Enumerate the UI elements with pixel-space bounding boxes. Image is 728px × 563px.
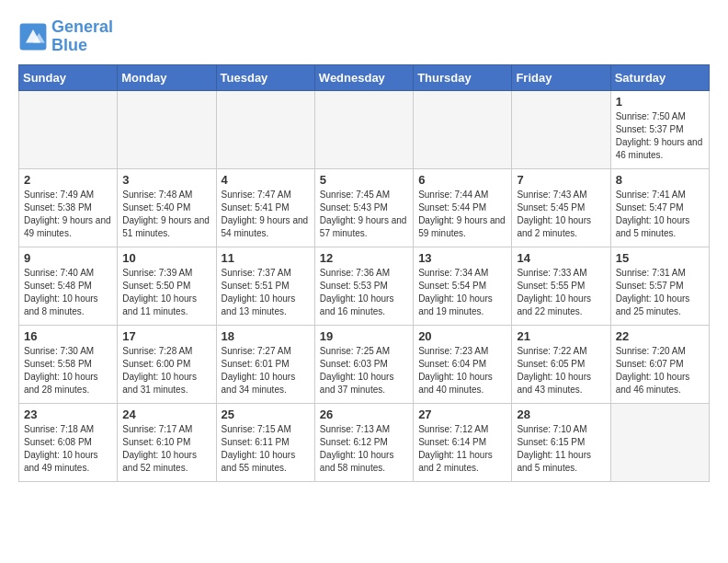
day-info: Sunrise: 7:33 AM Sunset: 5:55 PM Dayligh… <box>517 267 605 318</box>
day-number: 12 <box>320 251 408 265</box>
calendar-cell: 6Sunrise: 7:44 AM Sunset: 5:44 PM Daylig… <box>414 168 512 247</box>
weekday-header-row: SundayMondayTuesdayWednesdayThursdayFrid… <box>19 64 710 90</box>
day-number: 15 <box>616 251 704 265</box>
day-info: Sunrise: 7:45 AM Sunset: 5:43 PM Dayligh… <box>320 189 408 240</box>
day-number: 16 <box>24 329 112 343</box>
calendar-cell: 24Sunrise: 7:17 AM Sunset: 6:10 PM Dayli… <box>118 403 216 481</box>
day-info: Sunrise: 7:44 AM Sunset: 5:44 PM Dayligh… <box>418 189 506 240</box>
weekday-header-wednesday: Wednesday <box>314 64 413 90</box>
calendar-cell: 22Sunrise: 7:20 AM Sunset: 6:07 PM Dayli… <box>610 325 709 403</box>
calendar-cell: 14Sunrise: 7:33 AM Sunset: 5:55 PM Dayli… <box>512 247 610 325</box>
calendar-cell: 10Sunrise: 7:39 AM Sunset: 5:50 PM Dayli… <box>118 247 216 325</box>
day-info: Sunrise: 7:28 AM Sunset: 6:00 PM Dayligh… <box>122 345 210 396</box>
day-info: Sunrise: 7:30 AM Sunset: 5:58 PM Dayligh… <box>24 345 112 396</box>
day-info: Sunrise: 7:12 AM Sunset: 6:14 PM Dayligh… <box>418 423 506 475</box>
logo: General Blue <box>18 18 113 55</box>
day-number: 6 <box>418 173 506 187</box>
day-info: Sunrise: 7:22 AM Sunset: 6:05 PM Dayligh… <box>517 345 605 396</box>
day-info: Sunrise: 7:13 AM Sunset: 6:12 PM Dayligh… <box>320 423 408 475</box>
day-number: 14 <box>517 251 605 265</box>
day-number: 7 <box>517 173 605 187</box>
day-info: Sunrise: 7:17 AM Sunset: 6:10 PM Dayligh… <box>122 423 210 475</box>
calendar-cell: 20Sunrise: 7:23 AM Sunset: 6:04 PM Dayli… <box>414 325 512 403</box>
day-number: 21 <box>517 329 605 343</box>
calendar-cell: 11Sunrise: 7:37 AM Sunset: 5:51 PM Dayli… <box>216 247 314 325</box>
day-info: Sunrise: 7:23 AM Sunset: 6:04 PM Dayligh… <box>418 345 506 396</box>
calendar-week-4: 16Sunrise: 7:30 AM Sunset: 5:58 PM Dayli… <box>19 325 710 403</box>
day-info: Sunrise: 7:25 AM Sunset: 6:03 PM Dayligh… <box>320 345 408 396</box>
day-info: Sunrise: 7:47 AM Sunset: 5:41 PM Dayligh… <box>222 189 310 240</box>
calendar-cell: 5Sunrise: 7:45 AM Sunset: 5:43 PM Daylig… <box>314 168 413 247</box>
calendar-cell: 25Sunrise: 7:15 AM Sunset: 6:11 PM Dayli… <box>216 403 314 481</box>
calendar-cell: 26Sunrise: 7:13 AM Sunset: 6:12 PM Dayli… <box>314 403 413 481</box>
calendar-cell: 28Sunrise: 7:10 AM Sunset: 6:15 PM Dayli… <box>512 403 610 481</box>
calendar-week-5: 23Sunrise: 7:18 AM Sunset: 6:08 PM Dayli… <box>19 403 710 481</box>
calendar-cell: 19Sunrise: 7:25 AM Sunset: 6:03 PM Dayli… <box>314 325 413 403</box>
calendar-cell: 4Sunrise: 7:47 AM Sunset: 5:41 PM Daylig… <box>216 168 314 247</box>
day-number: 19 <box>320 329 408 343</box>
day-number: 27 <box>418 408 506 421</box>
calendar-cell: 16Sunrise: 7:30 AM Sunset: 5:58 PM Dayli… <box>19 325 118 403</box>
day-number: 4 <box>222 173 310 187</box>
calendar-week-3: 9Sunrise: 7:40 AM Sunset: 5:48 PM Daylig… <box>19 247 710 325</box>
calendar-cell <box>610 403 709 481</box>
day-info: Sunrise: 7:49 AM Sunset: 5:38 PM Dayligh… <box>24 189 112 240</box>
calendar-table: SundayMondayTuesdayWednesdayThursdayFrid… <box>18 64 710 482</box>
calendar-cell: 2Sunrise: 7:49 AM Sunset: 5:38 PM Daylig… <box>19 168 118 247</box>
day-info: Sunrise: 7:39 AM Sunset: 5:50 PM Dayligh… <box>122 267 210 318</box>
calendar-cell: 17Sunrise: 7:28 AM Sunset: 6:00 PM Dayli… <box>118 325 216 403</box>
day-info: Sunrise: 7:15 AM Sunset: 6:11 PM Dayligh… <box>222 423 310 475</box>
weekday-header-monday: Monday <box>118 64 216 90</box>
day-info: Sunrise: 7:27 AM Sunset: 6:01 PM Dayligh… <box>222 345 310 396</box>
day-info: Sunrise: 7:36 AM Sunset: 5:53 PM Dayligh… <box>320 267 408 318</box>
day-number: 26 <box>320 408 408 421</box>
day-number: 28 <box>517 408 605 421</box>
day-number: 17 <box>122 329 210 343</box>
day-info: Sunrise: 7:50 AM Sunset: 5:37 PM Dayligh… <box>616 110 704 162</box>
day-number: 20 <box>418 329 506 343</box>
day-number: 8 <box>616 173 704 187</box>
day-number: 9 <box>24 251 112 265</box>
day-info: Sunrise: 7:20 AM Sunset: 6:07 PM Dayligh… <box>616 345 704 396</box>
calendar-cell <box>314 90 413 168</box>
calendar-week-2: 2Sunrise: 7:49 AM Sunset: 5:38 PM Daylig… <box>19 168 710 247</box>
day-info: Sunrise: 7:37 AM Sunset: 5:51 PM Dayligh… <box>222 267 310 318</box>
day-info: Sunrise: 7:48 AM Sunset: 5:40 PM Dayligh… <box>122 189 210 240</box>
day-number: 25 <box>222 408 310 421</box>
day-number: 3 <box>122 173 210 187</box>
calendar-cell: 1Sunrise: 7:50 AM Sunset: 5:37 PM Daylig… <box>610 90 709 168</box>
weekday-header-sunday: Sunday <box>19 64 118 90</box>
day-number: 22 <box>616 329 704 343</box>
calendar-cell: 7Sunrise: 7:43 AM Sunset: 5:45 PM Daylig… <box>512 168 610 247</box>
day-number: 10 <box>122 251 210 265</box>
calendar-cell: 9Sunrise: 7:40 AM Sunset: 5:48 PM Daylig… <box>19 247 118 325</box>
calendar-cell: 18Sunrise: 7:27 AM Sunset: 6:01 PM Dayli… <box>216 325 314 403</box>
day-number: 5 <box>320 173 408 187</box>
day-number: 13 <box>418 251 506 265</box>
day-info: Sunrise: 7:18 AM Sunset: 6:08 PM Dayligh… <box>24 423 112 475</box>
calendar-week-1: 1Sunrise: 7:50 AM Sunset: 5:37 PM Daylig… <box>19 90 710 168</box>
calendar-cell: 8Sunrise: 7:41 AM Sunset: 5:47 PM Daylig… <box>610 168 709 247</box>
weekday-header-thursday: Thursday <box>414 64 512 90</box>
day-info: Sunrise: 7:41 AM Sunset: 5:47 PM Dayligh… <box>616 189 704 240</box>
day-number: 1 <box>616 95 704 109</box>
calendar-cell: 15Sunrise: 7:31 AM Sunset: 5:57 PM Dayli… <box>610 247 709 325</box>
calendar-cell <box>414 90 512 168</box>
day-info: Sunrise: 7:43 AM Sunset: 5:45 PM Dayligh… <box>517 189 605 240</box>
weekday-header-friday: Friday <box>512 64 610 90</box>
page-header: General Blue <box>18 18 710 55</box>
weekday-header-saturday: Saturday <box>610 64 709 90</box>
calendar-cell <box>512 90 610 168</box>
calendar-cell: 23Sunrise: 7:18 AM Sunset: 6:08 PM Dayli… <box>19 403 118 481</box>
calendar-cell: 13Sunrise: 7:34 AM Sunset: 5:54 PM Dayli… <box>414 247 512 325</box>
calendar-cell: 3Sunrise: 7:48 AM Sunset: 5:40 PM Daylig… <box>118 168 216 247</box>
calendar-cell <box>19 90 118 168</box>
calendar-cell: 12Sunrise: 7:36 AM Sunset: 5:53 PM Dayli… <box>314 247 413 325</box>
calendar-cell <box>118 90 216 168</box>
day-number: 11 <box>222 251 310 265</box>
logo-text: General Blue <box>51 18 113 55</box>
logo-icon <box>18 22 48 52</box>
day-number: 2 <box>24 173 112 187</box>
calendar-cell: 27Sunrise: 7:12 AM Sunset: 6:14 PM Dayli… <box>414 403 512 481</box>
calendar-cell: 21Sunrise: 7:22 AM Sunset: 6:05 PM Dayli… <box>512 325 610 403</box>
